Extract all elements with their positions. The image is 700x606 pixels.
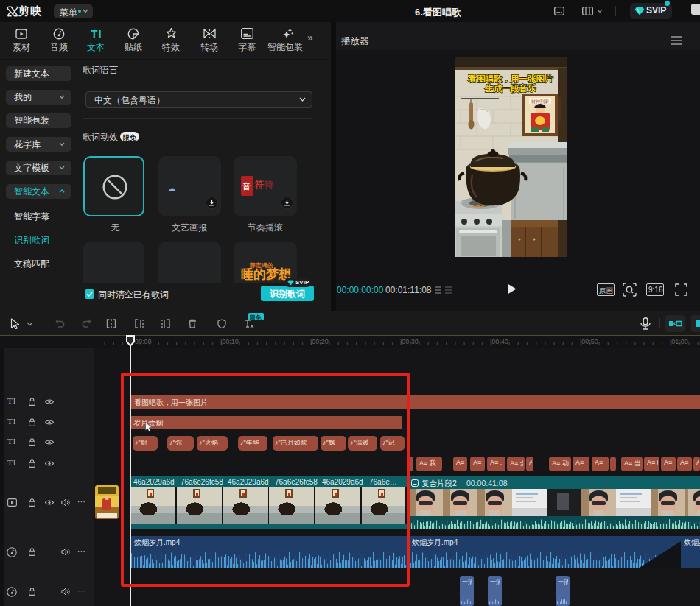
svg-text:财神到家: 财神到家 [531, 99, 549, 105]
svg-text:生成一段音乐: 生成一段音乐 [485, 83, 537, 93]
svg-text:看图唱歌，用一张图片: 看图唱歌，用一张图片 [468, 74, 554, 83]
